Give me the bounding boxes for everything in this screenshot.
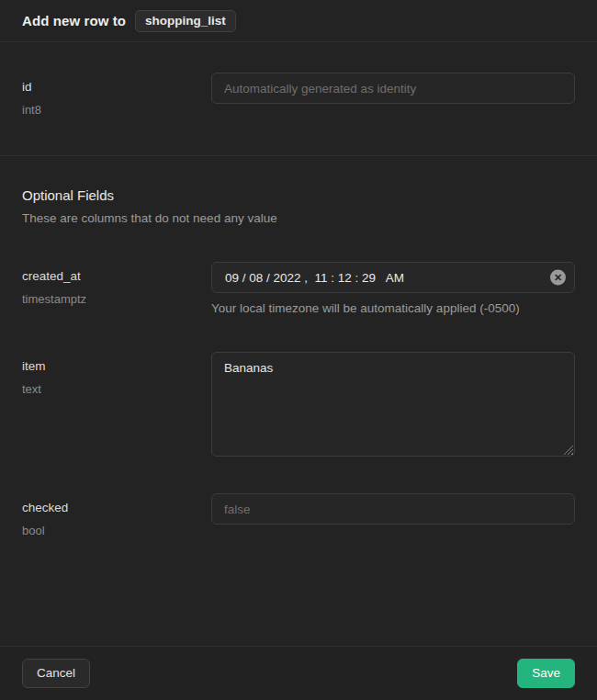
field-type-item: text (22, 382, 211, 396)
item-textarea[interactable]: Bananas (211, 352, 575, 457)
field-row-item: item text Bananas (22, 352, 575, 457)
field-row-checked: checked bool (22, 493, 575, 537)
checked-input[interactable] (211, 493, 575, 525)
field-name-item: item (22, 359, 211, 373)
clear-glyph: ✕ (554, 273, 562, 283)
field-name-checked: checked (22, 501, 211, 514)
field-control-checked (211, 493, 575, 525)
dialog-title: Add new row to (22, 13, 126, 28)
field-row-created-at: created_at timestamptz 09 / 08 / 2022 , … (22, 262, 575, 315)
created-at-datetime-input[interactable]: 09 / 08 / 2022 , 11 : 12 : 29 AM (211, 262, 575, 293)
field-labels-created-at: created_at timestamptz (22, 262, 211, 306)
timezone-helper-text: Your local timezone will be automaticall… (211, 301, 575, 315)
table-name-badge: shopping_list (135, 10, 236, 32)
field-labels-id: id int8 (22, 73, 211, 117)
dialog-footer: Cancel Save (0, 646, 597, 700)
optional-section-heading: Optional Fields These are columns that d… (22, 187, 575, 225)
save-button[interactable]: Save (517, 659, 575, 688)
field-name-id: id (22, 80, 211, 94)
optional-fields-section: Optional Fields These are columns that d… (0, 156, 597, 646)
field-control-created-at: 09 / 08 / 2022 , 11 : 12 : 29 AM ✕ Your … (211, 262, 575, 315)
dialog-header: Add new row to shopping_list (0, 0, 597, 42)
field-control-item: Bananas (211, 352, 575, 457)
field-name-created-at: created_at (22, 269, 211, 283)
id-input[interactable] (211, 73, 575, 104)
required-fields-section: id int8 (0, 42, 597, 156)
datetime-field-wrap: 09 / 08 / 2022 , 11 : 12 : 29 AM ✕ (211, 262, 575, 293)
field-type-id: int8 (22, 103, 211, 117)
field-labels-checked: checked bool (22, 493, 211, 537)
optional-section-description: These are columns that do not need any v… (22, 211, 575, 225)
optional-section-title: Optional Fields (22, 187, 575, 203)
field-row-id: id int8 (22, 73, 575, 117)
field-control-id (211, 73, 575, 104)
field-type-created-at: timestamptz (22, 292, 211, 306)
circle-x-icon[interactable]: ✕ (550, 270, 566, 286)
field-labels-item: item text (22, 352, 211, 396)
cancel-button[interactable]: Cancel (22, 659, 90, 688)
field-type-checked: bool (22, 524, 211, 537)
